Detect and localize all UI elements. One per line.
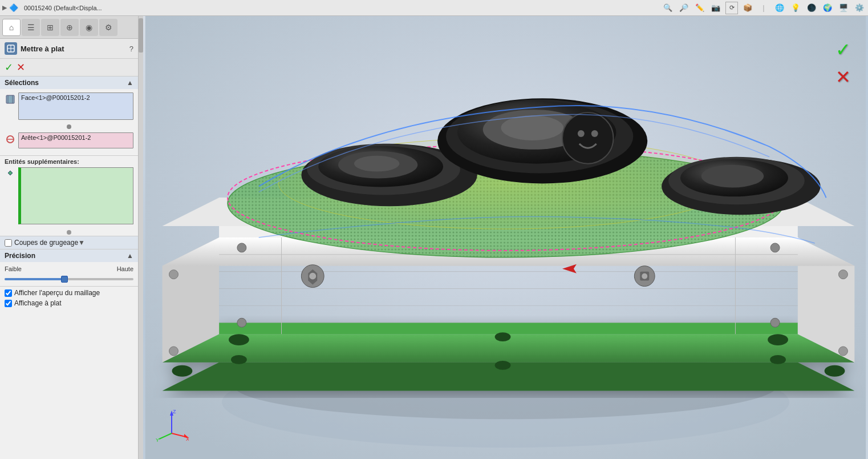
bottom-checkboxes: Afficher l'aperçu du maillage Affichage … xyxy=(0,287,138,312)
svg-point-17 xyxy=(231,355,247,364)
face-slider-dot[interactable] xyxy=(67,124,71,129)
rotate-icon[interactable]: ⟳ xyxy=(725,2,738,14)
svg-text:Z: Z xyxy=(173,409,176,414)
camera-icon[interactable]: 📷 xyxy=(709,2,722,14)
coupes-arrow-icon: ▼ xyxy=(78,239,85,247)
search2-icon[interactable]: 🔎 xyxy=(678,2,690,14)
panel-scrollbar[interactable] xyxy=(139,16,143,459)
svg-text:X: X xyxy=(186,436,189,442)
entites-box[interactable] xyxy=(18,167,133,224)
tab-assembly[interactable]: ⊞ xyxy=(41,19,59,36)
svg-point-34 xyxy=(169,270,179,279)
light-icon[interactable]: 💡 xyxy=(789,2,802,14)
face-slider-container xyxy=(5,123,133,130)
top-toolbar: ▶ 🔷 00015240 (Default<Displa... 🔍 🔎 ✏️ 📷… xyxy=(0,0,868,16)
panel-icon xyxy=(5,42,17,55)
svg-point-35 xyxy=(169,347,179,356)
precision-title: Précision xyxy=(5,252,127,260)
tab-settings[interactable]: ⚙ xyxy=(99,19,117,36)
svg-point-56 xyxy=(501,115,563,140)
ok-button[interactable]: ✓ xyxy=(5,61,13,74)
scrollbar-thumb[interactable] xyxy=(139,18,143,53)
coupes-checkbox-label[interactable]: Coupes de grugeage xyxy=(5,239,78,247)
svg-point-57 xyxy=(562,112,614,164)
left-tab-bar: ⌂ ☰ ⊞ ⊕ ◉ ⚙ xyxy=(0,16,138,39)
earth-icon[interactable]: 🌍 xyxy=(821,2,834,14)
entites-section: Entités supplémentaires: xyxy=(0,156,138,236)
scroll-dot xyxy=(67,230,71,235)
viewport-check-button[interactable]: ✓ xyxy=(835,39,851,61)
search-icon[interactable]: 🔍 xyxy=(662,2,674,14)
slider-fill xyxy=(5,278,63,280)
svg-point-63 xyxy=(701,165,764,188)
apercu-row: Afficher l'aperçu du maillage xyxy=(5,289,133,297)
svg-point-30 xyxy=(770,318,780,327)
separator: | xyxy=(757,2,770,14)
apercu-checkbox[interactable] xyxy=(5,289,12,297)
svg-point-28 xyxy=(237,318,246,327)
svg-text:Y: Y xyxy=(156,437,159,442)
selections-header[interactable]: Sélections ▲ xyxy=(0,76,138,89)
selections-section: Sélections ▲ Face<1>@P00015201-2 xyxy=(0,76,138,156)
svg-point-51 xyxy=(354,156,400,172)
entites-icon xyxy=(5,168,16,178)
slider-track xyxy=(5,278,133,280)
panel-header: Mettre à plat ? xyxy=(0,39,138,59)
face-selection-box[interactable]: Face<1>@P00015201-2 xyxy=(18,92,133,120)
arete-selection-box[interactable]: Arête<1>@P00015201-2 xyxy=(18,132,133,148)
cancel-button[interactable]: ✕ xyxy=(17,61,25,74)
affichage-checkbox[interactable] xyxy=(5,300,12,307)
entites-row xyxy=(5,167,133,224)
precision-high-label: Haute xyxy=(117,265,133,272)
viewport-close-button[interactable]: ✕ xyxy=(835,66,851,88)
selections-title: Sélections xyxy=(5,79,127,87)
precision-header[interactable]: Précision ▲ xyxy=(0,249,138,262)
edit-icon[interactable]: ✏️ xyxy=(693,2,706,14)
svg-point-31 xyxy=(770,243,780,252)
svg-point-29 xyxy=(237,243,246,252)
moon-icon[interactable]: 🌑 xyxy=(805,2,818,14)
precision-content: Faible Haute xyxy=(0,262,138,286)
apercu-label: Afficher l'aperçu du maillage xyxy=(14,289,100,297)
face-icon xyxy=(5,94,16,105)
globe-icon[interactable]: 🌐 xyxy=(773,2,786,14)
entites-label: Entités supplémentaires: xyxy=(5,158,133,165)
svg-point-16 xyxy=(172,365,193,377)
svg-point-14 xyxy=(768,334,788,345)
box-icon[interactable]: 📦 xyxy=(741,2,754,14)
tab-target[interactable]: ⊕ xyxy=(60,19,79,36)
svg-line-70 xyxy=(159,433,172,439)
svg-point-19 xyxy=(495,361,511,370)
precision-labels: Faible Haute xyxy=(5,265,133,272)
svg-point-18 xyxy=(495,332,511,341)
coupes-checkbox[interactable] xyxy=(5,239,12,247)
center-disk xyxy=(437,98,647,183)
tab-home[interactable]: ⌂ xyxy=(2,19,21,36)
affichage-row: Affichage à plat xyxy=(5,299,133,307)
tab-parts[interactable]: ☰ xyxy=(22,19,40,36)
svg-point-13 xyxy=(229,334,249,345)
entites-content: Entités supplémentaires: xyxy=(0,156,138,229)
svg-point-32 xyxy=(838,270,847,279)
svg-point-59 xyxy=(591,130,598,137)
svg-point-33 xyxy=(838,347,847,356)
precision-low-label: Faible xyxy=(5,265,22,272)
monitor-icon[interactable]: 🖥️ xyxy=(837,2,850,14)
tab-chart[interactable]: ◉ xyxy=(80,19,98,36)
face-selection-row: Face<1>@P00015201-2 xyxy=(5,92,133,120)
scroll-handle[interactable] xyxy=(0,229,138,236)
panel-title: Mettre à plat xyxy=(21,45,126,53)
svg-point-40 xyxy=(642,273,647,279)
panel-help-icon[interactable]: ? xyxy=(129,45,133,53)
viewport[interactable]: ✓ ✕ Z X Y xyxy=(143,16,868,459)
slider-thumb[interactable] xyxy=(61,276,68,283)
coupes-section: Coupes de grugeage ▼ xyxy=(0,236,138,249)
top-icon-group: 🔍 🔎 ✏️ 📷 ⟳ 📦 | 🌐 💡 🌑 🌍 🖥️ ⚙️ xyxy=(662,2,866,14)
precision-slider[interactable] xyxy=(5,275,133,284)
svg-point-20 xyxy=(770,355,786,364)
svg-rect-3 xyxy=(6,95,14,103)
precision-section: Précision ▲ Faible Haute xyxy=(0,249,138,287)
gear-icon[interactable]: ⚙️ xyxy=(853,2,866,14)
affichage-label: Affichage à plat xyxy=(14,299,62,307)
coupes-header[interactable]: Coupes de grugeage ▼ xyxy=(0,236,138,249)
